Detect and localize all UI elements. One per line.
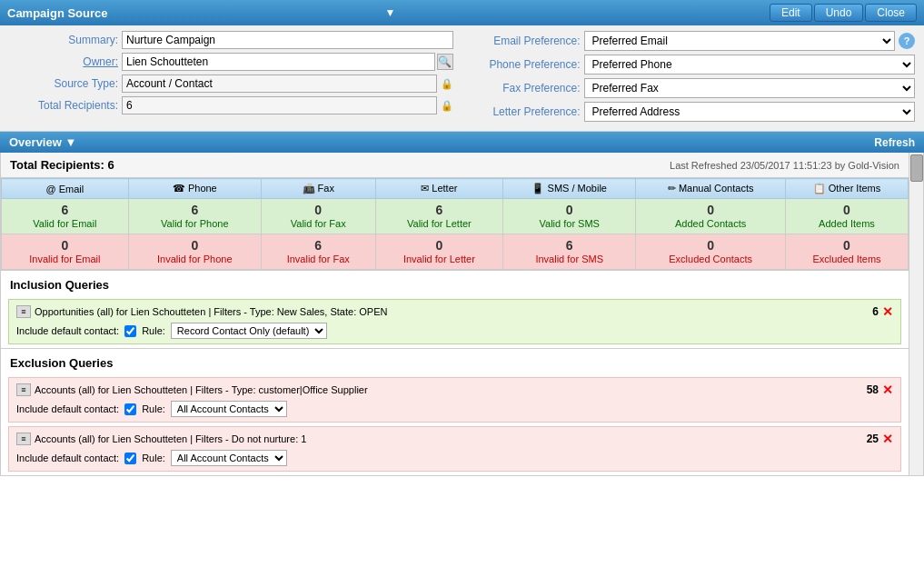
excl-rule-select-1[interactable]: All Account Contacts	[171, 450, 287, 466]
exclusion-query-1-bottom: Include default contact: Rule: All Accou…	[16, 450, 893, 466]
rule-label-0: Rule:	[142, 325, 165, 336]
phone-pref-label: Phone Preference:	[472, 58, 581, 71]
source-type-lock-icon: 🔒	[441, 78, 453, 90]
source-type-label: Source Type:	[9, 77, 118, 90]
form-right: Email Preference: Preferred Email ? Phon…	[462, 31, 925, 125]
source-type-value: Account / Contact	[122, 75, 437, 93]
help-icon[interactable]: ?	[899, 33, 915, 49]
email-pref-row: Email Preference: Preferred Email ?	[472, 31, 916, 51]
fax-pref-row: Fax Preference: Preferred Fax	[472, 78, 916, 98]
exclusion-query-1-right: 25 ✕	[867, 432, 893, 446]
invalid-fax-cell: 6 Invalid for Fax	[261, 234, 375, 270]
exclusion-query-1-icon: ≡	[16, 433, 31, 445]
title-bar: Campaign Source ▼ Edit Undo Close	[0, 0, 924, 25]
excl-include-default-checkbox-0[interactable]	[124, 403, 136, 415]
excl-include-default-label-1: Include default contact:	[16, 453, 119, 463]
grid-header-row: @ Email ☎ Phone 📠 Fax ✉ Letter 📱 SMS / M…	[2, 179, 909, 199]
include-default-label-0: Include default contact:	[16, 325, 119, 336]
added-contacts-cell: 0 Added Contacts	[636, 199, 786, 234]
stats-header: Total Recipients: 6 Last Refreshed 23/05…	[1, 153, 909, 178]
valid-phone-cell: 6 Valid for Phone	[128, 199, 261, 234]
exclusion-query-1-delete[interactable]: ✕	[882, 432, 893, 446]
exclusion-query-1-top: ≡ Accounts (all) for Lien Schoutteten | …	[16, 432, 893, 446]
invalid-letter-cell: 0 Invalid for Letter	[375, 234, 503, 270]
owner-search-icon[interactable]: 🔍	[437, 54, 453, 70]
invalid-phone-cell: 0 Invalid for Phone	[128, 234, 261, 270]
added-items-cell: 0 Added Items	[785, 199, 908, 234]
excl-include-default-checkbox-1[interactable]	[124, 453, 136, 464]
email-col-icon: @	[45, 184, 58, 194]
inclusion-query-0-icon: ≡	[16, 305, 31, 318]
overview-label: Overview ▼	[9, 135, 76, 149]
owner-input[interactable]	[122, 53, 435, 71]
letter-pref-label: Letter Preference:	[472, 105, 581, 118]
other-items-col-header: 📋 Other Items	[785, 179, 908, 199]
page-title: Campaign Source	[7, 6, 382, 20]
summary-input[interactable]	[122, 31, 453, 49]
include-default-checkbox-0[interactable]	[124, 325, 136, 337]
undo-button[interactable]: Undo	[814, 4, 864, 22]
exclusion-query-0-top: ≡ Accounts (all) for Lien Schoutteten | …	[16, 383, 893, 397]
excl-rule-label-0: Rule:	[142, 403, 165, 414]
total-recipients-value: 6	[122, 96, 437, 114]
exclusion-queries-title: Exclusion Queries	[1, 348, 909, 373]
exclusion-query-0: ≡ Accounts (all) for Lien Schoutteten | …	[8, 377, 901, 423]
excl-rule-select-0[interactable]: All Account Contacts	[171, 401, 287, 417]
inclusion-query-0-left: ≡ Opportunities (all) for Lien Schouttet…	[16, 305, 387, 318]
main-panel: Total Recipients: 6 Last Refreshed 23/05…	[0, 153, 924, 476]
phone-col-header: ☎ Phone	[128, 179, 261, 199]
total-recipients-label: Total Recipients:	[9, 99, 118, 112]
email-pref-label: Email Preference:	[472, 35, 581, 47]
invalid-row: 0 Invalid for Email 0 Invalid for Phone …	[2, 234, 909, 270]
excl-rule-label-1: Rule:	[142, 453, 165, 463]
invalid-email-cell: 0 Invalid for Email	[2, 234, 129, 270]
fax-pref-label: Fax Preference:	[472, 82, 581, 95]
exclusion-query-1-text: Accounts (all) for Lien Schoutteten | Fi…	[35, 433, 306, 444]
excl-include-default-label-0: Include default contact:	[16, 403, 119, 414]
phone-pref-select[interactable]: Preferred Phone	[584, 55, 916, 75]
valid-letter-cell: 6 Valid for Letter	[375, 199, 503, 234]
inclusion-query-0-count: 6	[872, 305, 879, 318]
close-button[interactable]: Close	[865, 4, 917, 22]
inclusion-query-0-top: ≡ Opportunities (all) for Lien Schouttet…	[16, 304, 893, 319]
letter-pref-select[interactable]: Preferred Address	[584, 102, 916, 122]
letter-pref-row: Letter Preference: Preferred Address	[472, 102, 916, 122]
scrollbar[interactable]	[909, 153, 923, 475]
excl-include-default-check-1[interactable]	[124, 453, 136, 464]
form-left: Summary: Owner: 🔍 Source Type: Account /…	[0, 31, 462, 125]
exclusion-query-1-count: 25	[867, 433, 879, 445]
email-pref-select[interactable]: Preferred Email	[584, 31, 896, 51]
manual-contacts-col-icon: ✏	[668, 183, 679, 194]
rule-select-0[interactable]: Record Contact Only (default)	[171, 323, 327, 339]
total-recipients-lock-icon: 🔒	[441, 100, 453, 112]
owner-label[interactable]: Owner:	[9, 55, 118, 68]
phone-col-icon: ☎	[173, 183, 188, 194]
refresh-button[interactable]: Refresh	[874, 136, 915, 149]
edit-button[interactable]: Edit	[770, 4, 812, 22]
include-default-check-0[interactable]	[124, 325, 136, 337]
summary-label: Summary:	[9, 34, 118, 46]
fax-col-header: 📠 Fax	[261, 179, 375, 199]
exclusion-query-0-icon: ≡	[16, 383, 31, 396]
valid-fax-cell: 0 Valid for Fax	[261, 199, 375, 234]
other-items-col-icon: 📋	[813, 183, 829, 194]
form-area: Summary: Owner: 🔍 Source Type: Account /…	[0, 25, 924, 132]
exclusion-query-1: ≡ Accounts (all) for Lien Schoutteten | …	[8, 426, 901, 472]
excl-include-default-check-0[interactable]	[124, 403, 136, 415]
exclusion-query-0-delete[interactable]: ✕	[882, 383, 893, 397]
content-area: Total Recipients: 6 Last Refreshed 23/05…	[1, 153, 909, 475]
fax-pref-select[interactable]: Preferred Fax	[584, 78, 916, 98]
fax-col-icon: 📠	[303, 183, 318, 194]
manual-contacts-col-header: ✏ Manual Contacts	[636, 179, 786, 199]
excluded-contacts-cell: 0 Excluded Contacts	[636, 234, 786, 270]
phone-pref-row: Phone Preference: Preferred Phone	[472, 55, 916, 75]
summary-row: Summary:	[9, 31, 453, 49]
total-recipients-stat: Total Recipients: 6	[10, 158, 114, 172]
scroll-thumb[interactable]	[910, 154, 923, 182]
sms-col-icon: 📱	[532, 183, 547, 194]
inclusion-query-0-right: 6 ✕	[872, 304, 893, 319]
inclusion-query-0-delete[interactable]: ✕	[882, 304, 893, 319]
exclusion-query-0-right: 58 ✕	[867, 383, 893, 397]
overview-arrow-icon: ▼	[65, 135, 76, 149]
valid-sms-cell: 0 Valid for SMS	[503, 199, 636, 234]
